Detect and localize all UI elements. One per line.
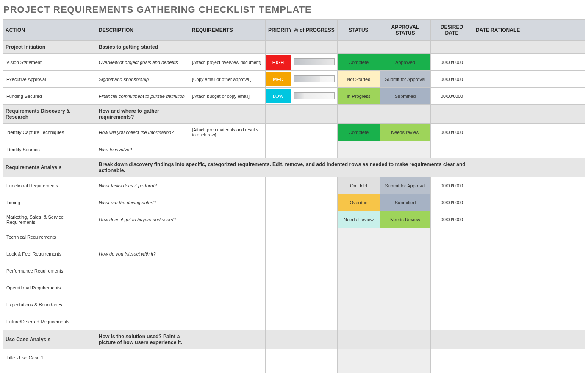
- cell-requirements[interactable]: [Copy email or other approval]: [189, 71, 266, 88]
- cell-action[interactable]: Executive Approval: [3, 71, 96, 88]
- cell-rationale[interactable]: [473, 211, 585, 228]
- cell-progress[interactable]: [291, 177, 338, 194]
- cell-date[interactable]: [431, 245, 473, 262]
- cell-progress[interactable]: [291, 313, 338, 330]
- cell-rationale[interactable]: [473, 262, 585, 279]
- cell-status[interactable]: [338, 349, 380, 366]
- cell-approval[interactable]: Submit for Approval: [380, 177, 431, 194]
- cell-priority[interactable]: [266, 141, 291, 158]
- cell-description[interactable]: What are the driving dates?: [96, 194, 189, 211]
- cell-approval[interactable]: [380, 262, 431, 279]
- cell-approval[interactable]: [380, 313, 431, 330]
- cell-approval[interactable]: Submitted: [380, 88, 431, 105]
- cell-approval[interactable]: Submitted: [380, 194, 431, 211]
- cell-approval[interactable]: [380, 141, 431, 158]
- cell-rationale[interactable]: [473, 141, 585, 158]
- cell-progress[interactable]: [291, 279, 338, 296]
- cell-priority[interactable]: [266, 262, 291, 279]
- cell-requirements[interactable]: [189, 194, 266, 211]
- cell-approval[interactable]: [380, 366, 431, 373]
- cell-progress[interactable]: 25%: [291, 88, 338, 105]
- cell-description[interactable]: How does it get to buyers and users?: [96, 211, 189, 228]
- cell-requirements[interactable]: [Attach budget or copy email]: [189, 88, 266, 105]
- cell-action[interactable]: Title - Use Case 2: [3, 366, 96, 373]
- cell-priority[interactable]: [266, 194, 291, 211]
- cell-description[interactable]: [96, 296, 189, 313]
- cell-requirements[interactable]: [Attach project overview document]: [189, 54, 266, 71]
- cell-priority[interactable]: [266, 366, 291, 373]
- cell-rationale[interactable]: [473, 54, 585, 71]
- cell-description[interactable]: Who to involve?: [96, 141, 189, 158]
- cell-priority[interactable]: [266, 177, 291, 194]
- cell-progress[interactable]: 65%: [291, 71, 338, 88]
- cell-status[interactable]: [338, 296, 380, 313]
- cell-priority[interactable]: [266, 245, 291, 262]
- cell-rationale[interactable]: [473, 366, 585, 373]
- cell-description[interactable]: [96, 366, 189, 373]
- cell-date[interactable]: [431, 141, 473, 158]
- cell-date[interactable]: 00/00/0000: [431, 177, 473, 194]
- cell-rationale[interactable]: [473, 177, 585, 194]
- cell-action[interactable]: Performance Requirements: [3, 262, 96, 279]
- cell-approval[interactable]: [380, 296, 431, 313]
- cell-action[interactable]: Functional Requirements: [3, 177, 96, 194]
- cell-action[interactable]: Future/Deferred Requirements: [3, 313, 96, 330]
- cell-status[interactable]: [338, 245, 380, 262]
- cell-action[interactable]: Operational Requirements: [3, 279, 96, 296]
- cell-description[interactable]: Overview of project goals and benefits: [96, 54, 189, 71]
- cell-status[interactable]: Not Started: [338, 71, 380, 88]
- cell-date[interactable]: 00/00/0000: [431, 88, 473, 105]
- cell-action[interactable]: Vision Statement: [3, 54, 96, 71]
- cell-status[interactable]: Complete: [338, 54, 380, 71]
- cell-approval[interactable]: [380, 279, 431, 296]
- cell-status[interactable]: Complete: [338, 124, 380, 141]
- cell-status[interactable]: [338, 313, 380, 330]
- cell-approval[interactable]: [380, 245, 431, 262]
- cell-rationale[interactable]: [473, 71, 585, 88]
- cell-action[interactable]: Title - Use Case 1: [3, 349, 96, 366]
- cell-rationale[interactable]: [473, 124, 585, 141]
- cell-rationale[interactable]: [473, 296, 585, 313]
- cell-progress[interactable]: [291, 262, 338, 279]
- cell-rationale[interactable]: [473, 194, 585, 211]
- cell-approval[interactable]: [380, 349, 431, 366]
- cell-description[interactable]: Signoff and sponsorship: [96, 71, 189, 88]
- cell-status[interactable]: In Progress: [338, 88, 380, 105]
- cell-approval[interactable]: Approved: [380, 54, 431, 71]
- cell-progress[interactable]: [291, 228, 338, 245]
- cell-date[interactable]: 00/00/0000: [431, 211, 473, 228]
- cell-action[interactable]: Technical Requirements: [3, 228, 96, 245]
- cell-priority[interactable]: [266, 313, 291, 330]
- cell-requirements[interactable]: [189, 141, 266, 158]
- cell-priority[interactable]: MED: [266, 71, 291, 88]
- cell-description[interactable]: [96, 279, 189, 296]
- cell-action[interactable]: Timing: [3, 194, 96, 211]
- cell-status[interactable]: On Hold: [338, 177, 380, 194]
- cell-progress[interactable]: [291, 296, 338, 313]
- cell-action[interactable]: Funding Secured: [3, 88, 96, 105]
- cell-date[interactable]: 00/00/0000: [431, 54, 473, 71]
- cell-progress[interactable]: 100%: [291, 54, 338, 71]
- cell-status[interactable]: [338, 141, 380, 158]
- cell-requirements[interactable]: [189, 313, 266, 330]
- cell-requirements[interactable]: [189, 296, 266, 313]
- cell-priority[interactable]: [266, 279, 291, 296]
- cell-priority[interactable]: [266, 296, 291, 313]
- cell-requirements[interactable]: [189, 211, 266, 228]
- cell-progress[interactable]: [291, 245, 338, 262]
- cell-status[interactable]: [338, 366, 380, 373]
- cell-priority[interactable]: [266, 211, 291, 228]
- cell-requirements[interactable]: [189, 262, 266, 279]
- cell-date[interactable]: [431, 296, 473, 313]
- cell-description[interactable]: [96, 313, 189, 330]
- cell-approval[interactable]: Needs review: [380, 124, 431, 141]
- cell-date[interactable]: 00/00/0000: [431, 124, 473, 141]
- cell-rationale[interactable]: [473, 88, 585, 105]
- cell-progress[interactable]: [291, 349, 338, 366]
- cell-status[interactable]: Needs Review: [338, 211, 380, 228]
- cell-approval[interactable]: [380, 228, 431, 245]
- cell-description[interactable]: [96, 262, 189, 279]
- cell-priority[interactable]: LOW: [266, 88, 291, 105]
- cell-requirements[interactable]: [189, 245, 266, 262]
- cell-action[interactable]: Identify Capture Techniques: [3, 124, 96, 141]
